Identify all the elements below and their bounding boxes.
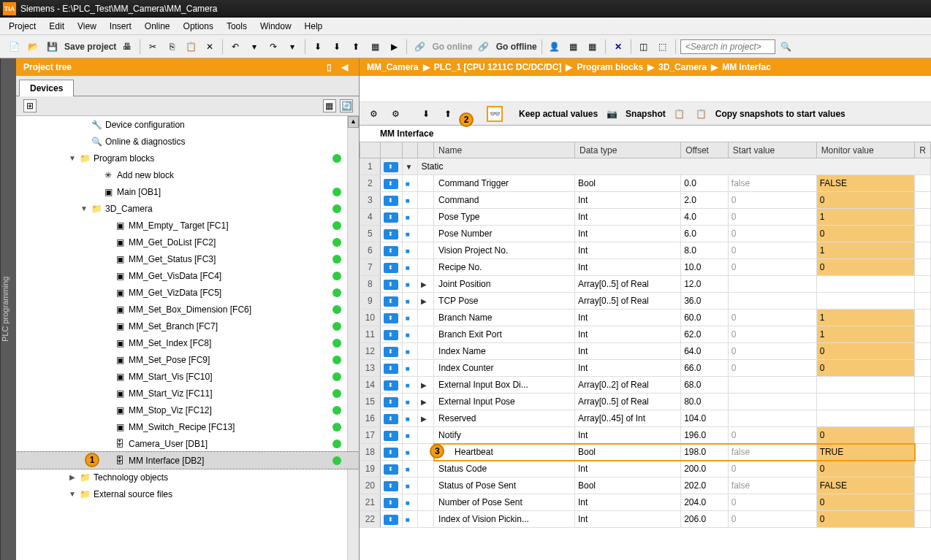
cell-data-type[interactable]: Int (575, 226, 681, 242)
cell-start-value[interactable]: false (728, 477, 816, 494)
tree-view-icon[interactable]: ⊞ (23, 99, 37, 112)
search-go-button[interactable]: 🔍 (778, 39, 794, 55)
cell-name[interactable]: Heartbeat (434, 444, 575, 461)
split-v-button[interactable]: ⬚ (655, 39, 671, 55)
expand-icon[interactable] (418, 461, 434, 477)
copy-snap-icon-2[interactable]: 📋 (694, 106, 710, 122)
tree-item[interactable]: ▣MM_Start_Viz [FC11] (16, 385, 359, 402)
copy-snapshots-button[interactable]: Copy snapshots to start values (715, 109, 846, 119)
cell-start-value[interactable]: false (728, 444, 816, 461)
cell-data-type[interactable]: Int (575, 511, 681, 528)
column-header[interactable] (360, 142, 381, 158)
table-row[interactable]: 5⬍■Pose NumberInt6.000 (360, 226, 931, 242)
cell-name[interactable]: Pose Number (434, 226, 575, 242)
cell-start-value[interactable]: 0 (728, 192, 816, 209)
tree-item[interactable]: ▣MM_Start_Vis [FC10] (16, 368, 359, 385)
cell-data-type[interactable]: Array[0..5] of Real (575, 276, 681, 293)
open-project-button[interactable]: 📂 (25, 39, 41, 55)
cell-data-type[interactable]: Int (575, 461, 681, 477)
table-view-icon[interactable]: ▦ (323, 99, 336, 112)
table-row[interactable]: 21⬍■Number of Pose SentInt204.000 (360, 494, 931, 511)
save-button[interactable]: 💾 (44, 39, 60, 55)
tree-item[interactable]: 🔧Device configuration (16, 116, 359, 133)
snapshot-icon[interactable]: 📷 (604, 106, 620, 122)
cell-name[interactable]: Number of Pose Sent (434, 494, 575, 511)
column-header[interactable]: Name (434, 142, 575, 158)
copy-button[interactable]: ⎘ (164, 39, 180, 55)
cut-button[interactable]: ✂ (145, 39, 161, 55)
tree-toggle-icon[interactable]: ▶ (69, 473, 76, 481)
breadcrumb-item[interactable]: Program blocks (577, 62, 643, 72)
cell-start-value[interactable] (728, 394, 816, 410)
accessible-button[interactable]: 👤 (547, 39, 563, 55)
cell-data-type[interactable]: Int (575, 326, 681, 343)
go-online-label[interactable]: Go online (432, 42, 472, 52)
table-row[interactable]: 9⬍■▶TCP PoseArray[0..5] of Real36.0 (360, 293, 931, 310)
expand-icon[interactable] (418, 310, 434, 326)
cross-ref-button[interactable]: ▦ (566, 39, 582, 55)
column-header[interactable] (418, 142, 434, 158)
cell-name[interactable]: Branch Name (434, 310, 575, 326)
upload-values-button[interactable]: ⬆ (440, 106, 456, 122)
menu-edit[interactable]: Edit (49, 21, 64, 31)
tree-item[interactable]: ✳Add new block (16, 166, 359, 183)
tree-item[interactable]: ▣MM_Get_DoList [FC2] (16, 234, 359, 250)
table-row[interactable]: 17⬍■NotifyInt196.000 (360, 427, 931, 444)
tree-item[interactable]: ▼📁3D_Camera (16, 200, 359, 217)
undo-dropdown[interactable]: ▾ (246, 39, 262, 55)
cell-start-value[interactable] (728, 276, 816, 293)
tree-item[interactable]: ▶📁Technology objects (16, 469, 359, 486)
tree-item[interactable]: ▣MM_Get_VisData [FC4] (16, 267, 359, 284)
column-header[interactable]: Monitor value (816, 142, 915, 158)
table-row[interactable]: 2⬍■Command TriggerBool0.0falseFALSE (360, 175, 931, 192)
tree-item[interactable]: ▣Main [OB1] (16, 183, 359, 200)
cell-name[interactable]: TCP Pose (434, 293, 575, 310)
table-row[interactable]: 12⬍■Index NameInt64.000 (360, 343, 931, 360)
cell-start-value[interactable]: 0 (728, 511, 816, 528)
download-values-button[interactable]: ⬇ (418, 106, 434, 122)
cell-start-value[interactable]: 0 (728, 242, 816, 259)
tree-toggle-icon[interactable]: ▼ (80, 204, 88, 212)
menu-options[interactable]: Options (183, 21, 213, 31)
menu-window[interactable]: Window (260, 21, 292, 31)
tree-item[interactable]: ▣MM_Stop_Viz [FC12] (16, 402, 359, 418)
layout-button[interactable]: ▦ (585, 39, 601, 55)
tree-item[interactable]: ▣MM_Set_Branch [FC7] (16, 318, 359, 334)
tree-item[interactable]: ▣MM_Get_VizData [FC5] (16, 284, 359, 301)
expand-icon[interactable] (418, 511, 434, 528)
cell-data-type[interactable]: Int (575, 494, 681, 511)
table-row[interactable]: 15⬍■▶External Input PoseArray[0..5] of R… (360, 394, 931, 410)
table-row[interactable]: 22⬍■Index of Vision Pickin...Int206.000 (360, 511, 931, 528)
tree-item[interactable]: 1🗄MM Interface [DB2] (16, 452, 359, 469)
print-button[interactable]: 🖶 (119, 39, 135, 55)
expand-icon[interactable] (418, 209, 434, 226)
new-project-button[interactable]: 📄 (6, 39, 22, 55)
menu-online[interactable]: Online (145, 21, 170, 31)
tree-item[interactable]: ▣MM_Set_Box_Dimension [FC6] (16, 301, 359, 318)
cell-name[interactable]: Branch Exit Port (434, 326, 575, 343)
cell-name[interactable]: Command Trigger (434, 175, 575, 192)
menu-insert[interactable]: Insert (110, 21, 132, 31)
expand-icon[interactable] (418, 226, 434, 242)
table-row[interactable]: 18⬍■3HeartbeatBool198.0falseTRUE (360, 444, 931, 461)
tree-item[interactable]: 🗄Camera_User [DB1] (16, 435, 359, 452)
menu-project[interactable]: Project (9, 21, 36, 31)
tree-item[interactable]: ▣MM_Get_Status [FC3] (16, 250, 359, 267)
column-header[interactable] (402, 142, 418, 158)
delete-button[interactable]: ✕ (202, 39, 218, 55)
undo-button[interactable]: ↶ (227, 39, 243, 55)
expand-icon[interactable]: ▶ (418, 377, 434, 394)
redo-dropdown[interactable]: ▾ (284, 39, 300, 55)
pin-icon[interactable]: ▯ (327, 62, 337, 72)
cell-name[interactable]: Status of Pose Sent (434, 477, 575, 494)
cell-start-value[interactable]: 0 (728, 310, 816, 326)
breadcrumb-item[interactable]: 3D_Camera (658, 62, 707, 72)
table-row[interactable]: 6⬍■Vision Project No.Int8.001 (360, 242, 931, 259)
cell-name[interactable]: Command (434, 192, 575, 209)
menu-help[interactable]: Help (305, 21, 323, 31)
breadcrumb-item[interactable]: PLC_1 [CPU 1211C DC/DC/DC] (434, 62, 562, 72)
editor-btn-2[interactable]: ⚙ (387, 106, 403, 122)
expand-icon[interactable] (418, 427, 434, 444)
tree-item[interactable]: ▼📁External source files (16, 486, 359, 502)
redo-button[interactable]: ↷ (265, 39, 281, 55)
